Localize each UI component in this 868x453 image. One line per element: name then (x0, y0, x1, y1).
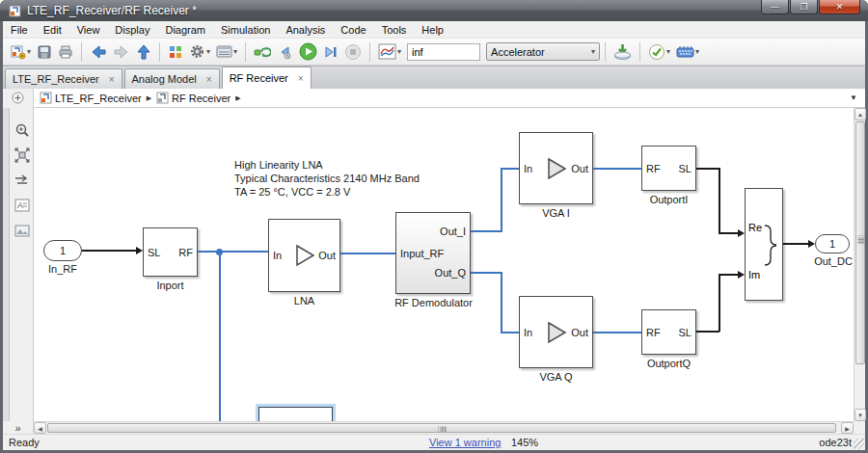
wire[interactable] (340, 253, 395, 254)
breadcrumb-separator-icon[interactable]: ▶ (147, 94, 151, 102)
new-model-button[interactable]: ▾ (7, 42, 34, 62)
simulation-display-button[interactable]: ▾ (375, 41, 404, 62)
scroll-right-arrow-icon[interactable]: ▶ (841, 422, 854, 434)
forward-button[interactable] (110, 42, 133, 62)
breadcrumb-item-root[interactable]: LTE_RF_Receiver (55, 93, 142, 104)
signal-routing-button[interactable] (14, 172, 31, 189)
wire[interactable] (593, 332, 641, 333)
horizontal-scrollbar[interactable]: ◀ ▶ (34, 421, 854, 434)
menu-tools[interactable]: Tools (374, 22, 415, 38)
save-button[interactable] (34, 42, 55, 62)
block-outport-i[interactable]: RF SL (641, 146, 696, 191)
wire[interactable] (198, 251, 268, 253)
library-browser-button[interactable] (165, 42, 186, 62)
zoom-button[interactable] (14, 121, 31, 139)
wire[interactable] (696, 331, 719, 333)
expand-palette-button[interactable]: » (3, 421, 34, 434)
wire[interactable] (593, 168, 641, 170)
tab-rf-receiver[interactable]: RF Receiver × (222, 67, 312, 89)
breadcrumb-bar: LTE_RF_Receiver ▶ RF Receiver ▶ ▼ (3, 89, 865, 108)
vertical-scrollbar[interactable]: ▲ ▼ (854, 108, 865, 421)
simulation-display-icon (378, 43, 396, 60)
close-button[interactable]: ✕ (819, 0, 860, 14)
block-vga-i[interactable]: In Out (519, 132, 593, 204)
view-warning-link[interactable]: View 1 warning (429, 437, 501, 448)
block-partial-selected[interactable] (258, 407, 333, 421)
stop-button[interactable] (341, 41, 365, 63)
block-outport-q[interactable]: RF SL (641, 309, 696, 355)
screenshot-button[interactable] (14, 222, 31, 239)
wire[interactable] (719, 232, 740, 234)
scroll-down-arrow-icon[interactable]: ▼ (854, 409, 866, 421)
close-icon[interactable]: × (298, 73, 304, 84)
wire[interactable] (696, 168, 719, 170)
model-explorer-button[interactable]: ▾ (213, 42, 240, 61)
wire[interactable] (82, 250, 138, 252)
run-button[interactable] (296, 40, 320, 63)
wire[interactable] (501, 332, 519, 333)
block-inport[interactable]: SL RF (143, 227, 198, 277)
fit-to-view-button[interactable] (14, 147, 31, 164)
explorer-splitter[interactable] (3, 108, 10, 421)
connect-target-button[interactable] (251, 42, 274, 62)
block-out-dc-port[interactable]: 1 (815, 234, 850, 253)
horizontal-scroll-thumb[interactable] (47, 423, 836, 433)
tab-lte-rf-receiver[interactable]: LTE_RF_Receiver × (5, 68, 122, 89)
main-area: A High Linearity LNA Typical Characteris… (3, 108, 865, 421)
title-bar[interactable]: LTE_RF_Receiver/RF Receiver * — ❐ ✕ (0, 0, 868, 21)
block-lna[interactable]: In Out (268, 219, 340, 292)
menu-diagram[interactable]: Diagram (157, 22, 213, 38)
tab-analog-model[interactable]: Analog Model × (124, 68, 220, 89)
deploy-button[interactable] (610, 41, 635, 63)
menu-code[interactable]: Code (333, 22, 373, 38)
vertical-scroll-thumb[interactable] (855, 121, 865, 364)
menu-help[interactable]: Help (414, 22, 451, 38)
block-in-rf-port[interactable]: 1 (43, 240, 82, 261)
wire[interactable] (219, 252, 221, 421)
menu-file[interactable]: File (3, 22, 36, 38)
wire[interactable] (719, 274, 740, 276)
diagram-canvas[interactable]: High Linearity LNA Typical Characteristi… (34, 108, 854, 421)
annotation-button[interactable]: A (14, 197, 31, 214)
breadcrumb-dropdown-icon[interactable]: ▼ (850, 93, 857, 102)
menu-edit[interactable]: Edit (36, 22, 69, 38)
breadcrumb-item-current[interactable]: RF Receiver (172, 93, 231, 104)
show-explorer-button[interactable] (3, 89, 34, 108)
wire[interactable] (501, 272, 502, 333)
amplifier-icon (544, 320, 569, 345)
step-forward-button[interactable] (320, 42, 341, 62)
maximize-button[interactable]: ❐ (790, 0, 818, 14)
block-rf-demodulator[interactable]: Input_RF Out_I Out_Q (395, 212, 471, 294)
wire[interactable] (471, 272, 502, 274)
close-icon[interactable]: × (109, 74, 115, 85)
print-button[interactable] (55, 42, 76, 62)
wire[interactable] (501, 168, 502, 232)
resize-grip[interactable] (854, 439, 864, 449)
menu-view[interactable]: View (69, 22, 108, 38)
sim-stop-time-input[interactable] (407, 43, 480, 61)
scroll-up-arrow-icon[interactable]: ▲ (854, 108, 866, 120)
up-to-parent-button[interactable] (133, 42, 154, 62)
status-text: Ready (9, 437, 40, 448)
stop-icon (344, 43, 362, 61)
scroll-left-arrow-icon[interactable]: ◀ (34, 422, 46, 434)
annotation-text[interactable]: High Linearity LNA Typical Characteristi… (234, 158, 420, 199)
hardware-board-button[interactable]: ▾ (673, 42, 702, 61)
wire[interactable] (719, 168, 720, 233)
sim-mode-select[interactable]: Accelerator ▾ (486, 42, 600, 61)
menu-simulation[interactable]: Simulation (213, 22, 278, 38)
wire[interactable] (471, 230, 502, 232)
back-button[interactable] (87, 42, 110, 62)
menu-analysis[interactable]: Analysis (278, 22, 333, 38)
minimize-button[interactable]: — (761, 0, 789, 14)
model-settings-button[interactable]: ▾ (186, 41, 213, 62)
step-back-button[interactable] (274, 42, 296, 62)
wire[interactable] (501, 168, 519, 170)
block-vga-q[interactable]: In Out (519, 296, 593, 368)
breadcrumb-separator-icon[interactable]: ▶ (235, 94, 240, 102)
menu-display[interactable]: Display (107, 22, 157, 38)
close-icon[interactable]: × (206, 74, 212, 85)
block-real-imag-to-complex[interactable]: Re Im (745, 188, 783, 301)
update-diagram-button[interactable]: ▾ (645, 41, 673, 63)
wire[interactable] (719, 274, 720, 332)
